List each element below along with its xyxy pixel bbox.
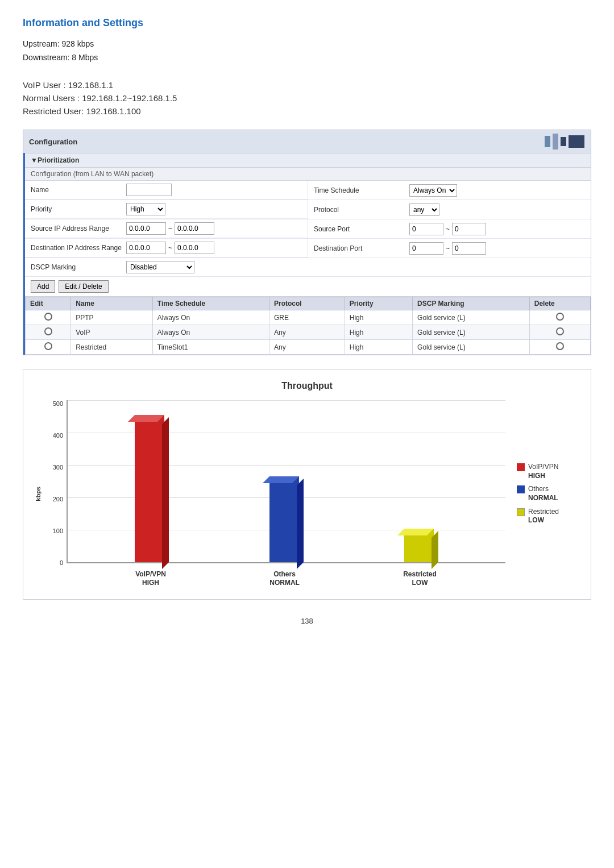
cell-dscp: Gold service (L) bbox=[413, 325, 530, 340]
time-schedule-select[interactable]: Always On bbox=[409, 184, 457, 197]
cell-time: TimeSlot1 bbox=[152, 340, 269, 355]
legend-others: OthersNORMAL bbox=[517, 485, 579, 502]
name-label: Name bbox=[31, 186, 122, 194]
y-label-300: 300 bbox=[45, 464, 63, 471]
dest-ip-label: Destination IP Address Range bbox=[31, 244, 122, 252]
edit-delete-button[interactable]: Edit / Delete bbox=[59, 280, 108, 293]
edit-radio[interactable] bbox=[44, 313, 52, 321]
legend-voip: VoIP/VPNHIGH bbox=[517, 463, 579, 480]
bar-label-restricted: RestrictedLOW bbox=[403, 570, 437, 588]
chart-legend: VoIP/VPNHIGH OthersNORMAL RestrictedLOW bbox=[517, 463, 579, 525]
prioritization-section: ▼Prioritization bbox=[25, 153, 591, 168]
normal-users-info: Normal Users : 192.168.1.2~192.168.1.5 bbox=[23, 93, 591, 103]
col-protocol: Protocol bbox=[269, 297, 345, 310]
table-row: VoIP Always On Any High Gold service (L) bbox=[26, 325, 591, 340]
upstream-info: Upstream: 928 kbps bbox=[23, 39, 591, 48]
edit-radio[interactable] bbox=[44, 327, 52, 335]
cell-time: Always On bbox=[152, 310, 269, 325]
cell-dscp: Gold service (L) bbox=[413, 310, 530, 325]
delete-radio[interactable] bbox=[556, 313, 564, 321]
config-table: Edit Name Time Schedule Protocol Priorit… bbox=[25, 297, 591, 355]
cell-priority: High bbox=[345, 325, 412, 340]
y-label-100: 100 bbox=[45, 528, 63, 534]
legend-restricted: RestrictedLOW bbox=[517, 508, 579, 525]
col-dscp: DSCP Marking bbox=[413, 297, 530, 310]
bar-label-voip: VoIP/VPNHIGH bbox=[135, 570, 166, 588]
dscp-label: DSCP Marking bbox=[31, 263, 122, 271]
config-panel-header: Configuration bbox=[23, 130, 591, 153]
y-label-200: 200 bbox=[45, 496, 63, 502]
dest-port-to[interactable] bbox=[452, 242, 486, 255]
source-port-label: Source Port bbox=[314, 225, 405, 233]
cell-edit[interactable] bbox=[26, 325, 71, 340]
delete-radio[interactable] bbox=[556, 327, 564, 335]
y-label-400: 400 bbox=[45, 432, 63, 439]
source-ip-label: Source IP Address Range bbox=[31, 225, 122, 232]
cell-name: Restricted bbox=[71, 340, 153, 355]
edit-radio[interactable] bbox=[44, 342, 52, 350]
dscp-select[interactable]: Disabled Gold service (L) bbox=[126, 261, 194, 273]
priority-select[interactable]: High Medium Low bbox=[126, 203, 165, 215]
priority-label: Priority bbox=[31, 205, 122, 213]
source-ip-from[interactable] bbox=[126, 222, 166, 235]
cell-edit[interactable] bbox=[26, 340, 71, 355]
table-row: PPTP Always On GRE High Gold service (L) bbox=[26, 310, 591, 325]
y-label-0: 0 bbox=[45, 559, 63, 566]
name-input[interactable] bbox=[126, 184, 172, 196]
y-label-500: 500 bbox=[45, 400, 63, 407]
restricted-user-info: Restricted User: 192.168.1.100 bbox=[23, 106, 591, 116]
legend-color-voip bbox=[517, 463, 525, 471]
cell-dscp: Gold service (L) bbox=[413, 340, 530, 355]
throughput-chart: Throughput kbps 0 100 200 300 400 500 bbox=[23, 369, 591, 600]
cell-protocol: Any bbox=[269, 340, 345, 355]
delete-radio[interactable] bbox=[556, 342, 564, 350]
dest-ip-from[interactable] bbox=[126, 242, 166, 254]
buttons-row: Add Edit / Delete bbox=[25, 277, 591, 297]
cell-name: PPTP bbox=[71, 310, 153, 325]
config-sub-label: Configuration (from LAN to WAN packet) bbox=[25, 168, 591, 181]
voip-user-info: VoIP User : 192.168.1.1 bbox=[23, 80, 591, 90]
cell-delete[interactable] bbox=[529, 340, 590, 355]
col-time: Time Schedule bbox=[152, 297, 269, 310]
downstream-info: Downstream: 8 Mbps bbox=[23, 53, 591, 62]
config-panel-title: Configuration bbox=[29, 138, 77, 146]
cell-priority: High bbox=[345, 340, 412, 355]
cell-priority: High bbox=[345, 310, 412, 325]
bar-label-others: OthersNORMAL bbox=[269, 570, 300, 588]
source-ip-to[interactable] bbox=[175, 222, 214, 235]
cell-edit[interactable] bbox=[26, 310, 71, 325]
cell-delete[interactable] bbox=[529, 325, 590, 340]
cell-protocol: GRE bbox=[269, 310, 345, 325]
col-name: Name bbox=[71, 297, 153, 310]
cell-time: Always On bbox=[152, 325, 269, 340]
add-button[interactable]: Add bbox=[31, 280, 55, 293]
legend-color-restricted bbox=[517, 508, 525, 516]
chart-title: Throughput bbox=[35, 381, 579, 391]
col-edit: Edit bbox=[26, 297, 71, 310]
col-priority: Priority bbox=[345, 297, 412, 310]
legend-color-others bbox=[517, 485, 525, 493]
config-panel-body: ▼Prioritization Configuration (from LAN … bbox=[23, 153, 591, 355]
config-panel: Configuration ▼Prioritization Configurat… bbox=[23, 130, 591, 355]
cell-delete[interactable] bbox=[529, 310, 590, 325]
config-panel-icon bbox=[544, 134, 585, 149]
table-row: Restricted TimeSlot1 Any High Gold servi… bbox=[26, 340, 591, 355]
page-number: 138 bbox=[23, 617, 591, 625]
y-axis-title: kbps bbox=[35, 487, 42, 501]
time-schedule-label: Time Schedule bbox=[314, 186, 405, 194]
dest-port-from[interactable] bbox=[409, 242, 443, 255]
protocol-select[interactable]: any TCP UDP GRE bbox=[409, 203, 439, 216]
col-delete: Delete bbox=[529, 297, 590, 310]
page-title: Information and Settings bbox=[23, 17, 591, 29]
source-port-from[interactable] bbox=[409, 223, 443, 235]
cell-name: VoIP bbox=[71, 325, 153, 340]
protocol-label: Protocol bbox=[314, 206, 405, 214]
dest-port-label: Destination Port bbox=[314, 244, 405, 252]
source-port-to[interactable] bbox=[452, 223, 486, 235]
cell-protocol: Any bbox=[269, 325, 345, 340]
dest-ip-to[interactable] bbox=[175, 242, 214, 254]
